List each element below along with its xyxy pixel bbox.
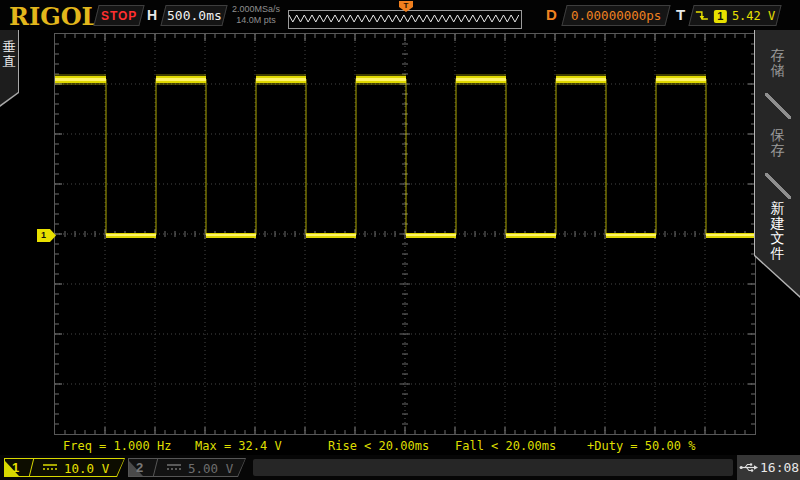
falling-edge-icon [695, 9, 709, 23]
timebase-value: 500.0ms [167, 8, 222, 23]
menu-item-label: 新建文件 [770, 201, 786, 261]
channel1-number: 1 [12, 460, 19, 475]
memory-depth: 14.0M pts [228, 15, 284, 26]
sample-rate: 2.000MSa/s [228, 4, 284, 15]
measurement-3: Rise < 20.00ms [328, 439, 429, 453]
vertical-menu-tab[interactable]: 垂直 [0, 30, 19, 107]
clock-time: 16:08 [760, 460, 799, 475]
run-state-badge[interactable]: STOP [93, 5, 144, 26]
measurement-1: Freq = 1.000 Hz [63, 439, 171, 453]
softkey-menu-panel: 存储保存新建文件 [754, 30, 800, 298]
timebase-badge[interactable]: 500.0ms [160, 5, 227, 26]
run-state-label: STOP [101, 9, 137, 23]
measurement-5: +Duty = 50.00 % [587, 439, 695, 453]
vertical-tab-label: 垂直 [2, 39, 17, 69]
waveform-preview-strip[interactable] [288, 10, 522, 29]
menu-item-label: 存储 [770, 48, 786, 78]
preview-zigzag [289, 11, 519, 26]
menu-item-3[interactable]: 保存 [755, 128, 800, 158]
measurement-4: Fall < 20.00ms [455, 439, 556, 453]
dc-coupling-icon [167, 464, 181, 470]
channel1-badge[interactable]: 1 10.0 V [4, 458, 125, 477]
measurement-2: Max = 32.4 V [195, 439, 282, 453]
trigger-badge[interactable]: 1 5.42 V [688, 5, 781, 26]
menu-item-label: 保存 [770, 128, 786, 158]
delay-value: 0.00000000ps [571, 8, 661, 23]
channel-bar-empty-strip [253, 459, 733, 476]
sample-rate-block: 2.000MSa/s 14.0M pts [228, 4, 284, 26]
usb-icon [739, 461, 759, 474]
graticule [54, 33, 756, 435]
trigger-level-value: 5.42 V [732, 9, 775, 23]
delay-badge[interactable]: 0.00000000ps [561, 5, 670, 26]
channel1-scale: 10.0 V [64, 461, 109, 476]
clock-panel: 16:08 [737, 455, 800, 480]
delay-label: D [546, 6, 557, 23]
bottom-status-bar: 1 10.0 V 2 5.00 V [0, 455, 800, 480]
horizontal-label: H [147, 7, 157, 23]
menu-item-5[interactable]: 新建文件 [755, 201, 800, 261]
trigger-source-chip: 1 [714, 9, 727, 22]
top-status-bar: RIGOL STOP H 500.0ms 2.000MSa/s 14.0M pt… [0, 0, 800, 30]
channel2-scale: 5.00 V [188, 461, 233, 476]
rigol-logo: RIGOL [9, 2, 98, 31]
trigger-label: T [676, 6, 685, 23]
graticule-svg [55, 34, 755, 434]
channel2-number: 2 [136, 460, 143, 475]
channel2-badge[interactable]: 2 5.00 V [128, 458, 246, 477]
dc-coupling-icon [43, 464, 57, 470]
oscilloscope-screen: RIGOL STOP H 500.0ms 2.000MSa/s 14.0M pt… [0, 0, 800, 480]
menu-empty-slot [765, 93, 791, 119]
menu-empty-slot [765, 173, 791, 199]
menu-item-1[interactable]: 存储 [755, 48, 800, 78]
